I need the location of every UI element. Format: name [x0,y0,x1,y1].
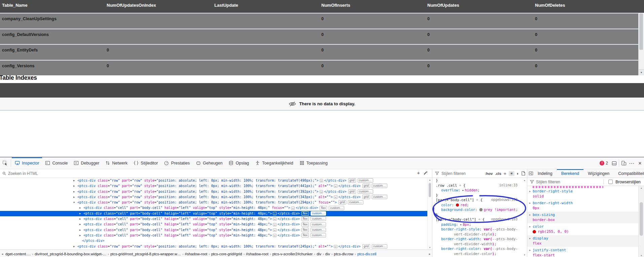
css-property-name[interactable]: border-right-color [441,247,479,251]
color-scheme-icon[interactable]: ◐ [517,171,519,176]
computed-property[interactable]: ▶border-right-stylesolid [527,188,644,200]
rule-source-link[interactable]: inline:33 [499,183,517,188]
computed-property[interactable]: ▶displayflex [527,235,644,247]
computed-filter-input[interactable]: Stijlen filteren [536,180,560,184]
inline-ellipsis[interactable]: … [273,234,277,237]
tab-inspector[interactable]: Inspector [12,157,42,169]
css-property-name[interactable]: border-right-width [441,237,479,241]
tab-console[interactable]: Console [42,157,71,169]
markup-line[interactable]: ▶<ptcs-div class="cell" part="body-cell"… [0,216,427,222]
markup-line[interactable]: </ptcs-div> [0,238,427,244]
custom-badge[interactable]: custom… [358,189,373,194]
css-property-value[interactable]: grey !important [484,208,516,212]
scroll-up-icon[interactable]: ▴ [639,187,644,189]
custom-badge[interactable]: custom… [372,195,387,199]
expand-arrow-icon[interactable]: ▶ [73,183,77,189]
scroll-down-icon[interactable]: ▾ [639,254,644,257]
expand-arrow-icon[interactable]: ▶ [79,233,83,238]
breadcrumb-item[interactable]: #shadow-root [184,252,208,256]
breadcrumb-item[interactable]: ptcs-v-scroller2#chunker [272,252,313,256]
markup-line[interactable]: ▶<ptcs-div class="row" part="row" style=… [0,244,427,249]
markup-search-bar[interactable]: Zoeken in HTML + [0,169,432,178]
grid-badge[interactable]: grid [348,189,356,194]
table-scrollbar-thumb[interactable] [639,13,643,50]
error-count-badge[interactable]: ! 2 [600,161,608,166]
scroll-up-icon[interactable]: ▴ [428,179,432,181]
rules-filter-input[interactable]: Stijlen filteren [441,171,482,176]
computed-property[interactable]: ▶colorrgb(255, 0, 0) [527,223,644,235]
table-scrollbar[interactable]: ▾ [638,13,644,75]
inline-ellipsis[interactable]: … [334,184,337,188]
css-property-name[interactable]: background-color [441,208,475,212]
rule-line[interactable]: background-color: grey !important; [432,207,522,212]
inline-ellipsis[interactable]: … [320,179,323,182]
computed-scrollbar-thumb[interactable] [640,202,643,236]
markup-line[interactable]: ▶<ptcs-div class="row" part="row" style=… [0,183,427,189]
expand-arrow-icon[interactable]: ▶ [79,216,83,222]
inline-ellipsis[interactable]: … [334,245,337,248]
rule-line[interactable]: color: red; [432,203,522,208]
eyedropper-icon[interactable] [424,171,428,175]
expand-arrow-icon[interactable]: ▶ [529,189,531,194]
rules-scroll-down-icon[interactable]: ▾ [522,254,527,256]
rule-line[interactable]: } [432,212,522,217]
tab-opslag[interactable]: Opslag [225,157,252,169]
inline-ellipsis[interactable]: … [291,207,295,210]
computed-property[interactable]: ▶box-sizingborder-box [527,212,644,223]
css-property-name[interactable]: overflow [441,188,458,192]
meatball-menu-icon[interactable]: ··· [628,158,636,168]
expand-arrow-icon[interactable]: ▶ [529,236,531,241]
expand-arrow-icon[interactable]: ▶ [529,248,531,253]
markup-line[interactable]: ▶<ptcs-div class="cell" part="body-cell"… [0,227,427,233]
markup-line[interactable]: ▶<ptcs-div class="cell" part="body-cell"… [0,222,427,227]
flex-badge[interactable]: flex [301,222,309,227]
custom-badge[interactable]: custom… [372,184,387,188]
expand-arrow-icon[interactable]: ▶ [79,222,83,227]
flex-badge[interactable]: flex [301,211,309,216]
expand-arrow-icon[interactable]: ▶ [73,244,77,249]
markup-line[interactable]: ▶<ptcs-div class="row" part="row" style=… [0,178,427,183]
tab-debugger[interactable]: Debugger [71,157,102,169]
breadcrumb-item[interactable]: ptcs-grid#root_ptcsgrid-8.ptcs-wrapper.w… [110,252,182,256]
breadcrumb-item[interactable]: #shadow-root [245,252,269,256]
css-property-name[interactable]: padding [441,222,456,226]
custom-badge[interactable]: custom… [358,178,373,183]
rule-line[interactable]: vert-divider-color); [432,251,522,256]
table-scroll-down-icon[interactable]: ▾ [639,69,644,75]
responsive-mode-icon[interactable] [620,158,628,168]
inline-ellipsis[interactable]: … [273,217,277,221]
expand-arrow-icon[interactable]: ▶ [79,227,83,233]
add-rule-button[interactable]: + [504,171,506,176]
markup-scrollbar[interactable]: ▴ ▾ [427,178,432,250]
expand-arrow-icon[interactable]: ▶ [73,189,77,194]
markup-line[interactable]: ▶<ptcs-div class="row" part="row" style=… [0,194,427,200]
markup-line[interactable]: ▶<ptcs-div class="cell" part="body-cell"… [0,233,427,238]
inline-ellipsis[interactable]: … [334,195,337,199]
grid-badge[interactable]: grid [362,184,370,188]
sidebar-toggle-icon[interactable] [529,171,533,176]
breadcrumb-item[interactable]: ptcs-div.cell [357,252,377,256]
markup-line[interactable]: ▶<ptcs-div class="cell" part="body-cell"… [0,205,427,211]
flex-badge[interactable]: flex [301,233,309,237]
computed-property[interactable]: ▶justify-contentflex-start [527,247,644,257]
sidebar-tab-wijzigingen[interactable]: Wijzigingen [583,169,614,178]
custom-badge[interactable]: custom… [311,217,326,221]
custom-badge[interactable]: custom… [329,206,344,210]
sidebar-tab-compatibiliteit[interactable]: Compatibiliteit [614,169,644,178]
css-property-name[interactable]: color [441,203,452,207]
computed-property[interactable]: ▶border-right-width0px [527,200,644,212]
rule-line[interactable]: border-right-color: var(--ptcs-body- [432,246,522,251]
expand-arrow-icon[interactable]: ▶ [529,201,531,206]
search-input[interactable]: Zoeken in HTML [8,171,38,176]
custom-badge[interactable]: custom… [311,211,326,216]
rules-scroll-up-icon[interactable]: ▴ [522,179,527,182]
expand-arrow-icon[interactable]: ▼ [73,200,77,205]
custom-badge[interactable]: custom… [348,200,363,205]
breadcrumb-left-icon[interactable]: ◂ [0,252,5,256]
inline-ellipsis[interactable]: … [273,223,277,226]
expand-arrow-icon[interactable]: ▶ [529,224,531,229]
grid-badge[interactable]: grid [338,200,346,205]
red-color-swatch[interactable] [456,204,459,207]
computed-property-name[interactable]: ▶justify-content [533,248,638,253]
expand-arrow-icon[interactable]: ▶ [73,178,77,183]
